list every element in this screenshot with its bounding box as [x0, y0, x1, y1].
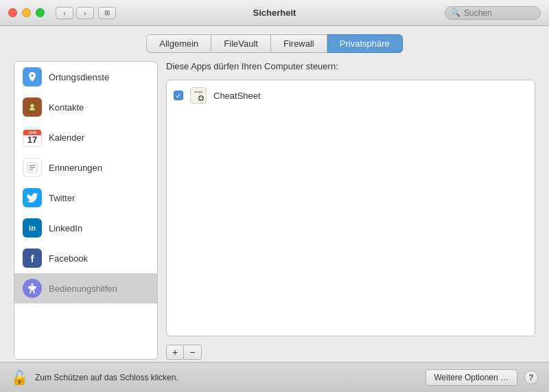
back-button[interactable]: ‹ [56, 7, 73, 19]
panel-title: Diese Apps dürfen Ihren Computer steuern… [166, 61, 535, 71]
sidebar-item-facebook[interactable]: f Facebook [14, 243, 157, 273]
right-panel: Diese Apps dürfen Ihren Computer steuern… [166, 61, 535, 360]
accessibility-icon [23, 279, 42, 298]
sidebar-item-ortungsdienste[interactable]: Ortungsdienste [14, 62, 157, 92]
nav-arrows: ‹ › [56, 7, 94, 19]
search-icon: 🔍 [451, 8, 460, 17]
linkedin-icon: in [23, 218, 42, 238]
forward-button[interactable]: › [76, 7, 94, 19]
weitere-optionen-button[interactable]: Weitere Optionen … [425, 369, 518, 386]
titlebar: ‹ › ⊞ Sicherheit 🔍 [0, 0, 549, 26]
minimize-button[interactable] [22, 8, 31, 17]
contacts-icon [23, 97, 42, 117]
cheatsheet-checkbox[interactable]: ✓ [174, 91, 183, 100]
search-input[interactable] [464, 8, 535, 18]
sidebar-item-kontakte[interactable]: Kontakte [14, 92, 157, 122]
location-icon [23, 67, 42, 87]
sidebar-label-bedienungshilfen: Bedienungshilfen [49, 284, 117, 294]
tab-firewall[interactable]: Firewall [271, 34, 327, 53]
close-button[interactable] [8, 8, 17, 17]
sidebar-label-erinnerungen: Erinnerungen [49, 163, 102, 173]
list-controls: + − [166, 345, 535, 360]
facebook-icon: f [23, 249, 42, 268]
apps-list: ✓ CheatSheet [166, 80, 535, 336]
sidebar-item-linkedin[interactable]: in LinkedIn [14, 213, 157, 243]
tab-filevault[interactable]: FileVault [211, 34, 271, 53]
lock-icon: 🔓 [11, 369, 28, 386]
reminders-icon [23, 158, 42, 177]
tab-bar: Allgemein FileVault Firewall Privatsphär… [14, 34, 535, 53]
calendar-icon: JAN 17 [23, 128, 42, 147]
help-button[interactable]: ? [524, 371, 538, 384]
tab-privatsphaere[interactable]: Privatsphäre [327, 34, 403, 53]
svg-rect-8 [191, 89, 205, 102]
remove-button[interactable]: − [184, 345, 202, 360]
bottom-bar: 🔓 Zum Schützen auf das Schloss klicken. … [0, 362, 549, 392]
sidebar-label-facebook: Facebook [49, 253, 88, 264]
window-title: Sicherheit [253, 8, 296, 18]
body-panel: Ortungsdienste Kontakte JAN 17 Kalender [14, 61, 535, 360]
search-box[interactable]: 🔍 [445, 6, 541, 20]
app-item-cheatsheet: ✓ CheatSheet [167, 83, 535, 108]
add-button[interactable]: + [166, 345, 184, 360]
sidebar-label-kalender: Kalender [49, 132, 84, 143]
cheatsheet-app-icon [190, 87, 207, 104]
sidebar-item-erinnerungen[interactable]: Erinnerungen [14, 152, 157, 183]
bottom-text: Zum Schützen auf das Schloss klicken. [35, 373, 419, 382]
main-content: Allgemein FileVault Firewall Privatsphär… [0, 26, 549, 362]
window-controls [8, 8, 45, 17]
svg-point-2 [31, 104, 34, 108]
sidebar-item-kalender[interactable]: JAN 17 Kalender [14, 122, 157, 152]
sidebar-item-twitter[interactable]: Twitter [14, 183, 157, 213]
sidebar-item-bedienungshilfen[interactable]: Bedienungshilfen [14, 273, 157, 303]
twitter-icon [23, 188, 42, 207]
svg-point-7 [32, 284, 34, 286]
tab-allgemein[interactable]: Allgemein [146, 34, 211, 53]
sidebar-label-ortungsdienste: Ortungsdienste [49, 72, 109, 82]
sidebar: Ortungsdienste Kontakte JAN 17 Kalender [14, 61, 158, 360]
maximize-button[interactable] [36, 8, 45, 17]
cheatsheet-label: CheatSheet [213, 91, 261, 101]
sidebar-label-kontakte: Kontakte [49, 102, 84, 113]
sidebar-label-twitter: Twitter [49, 193, 75, 203]
grid-button[interactable]: ⊞ [98, 7, 116, 19]
sidebar-label-linkedin: LinkedIn [49, 223, 82, 233]
